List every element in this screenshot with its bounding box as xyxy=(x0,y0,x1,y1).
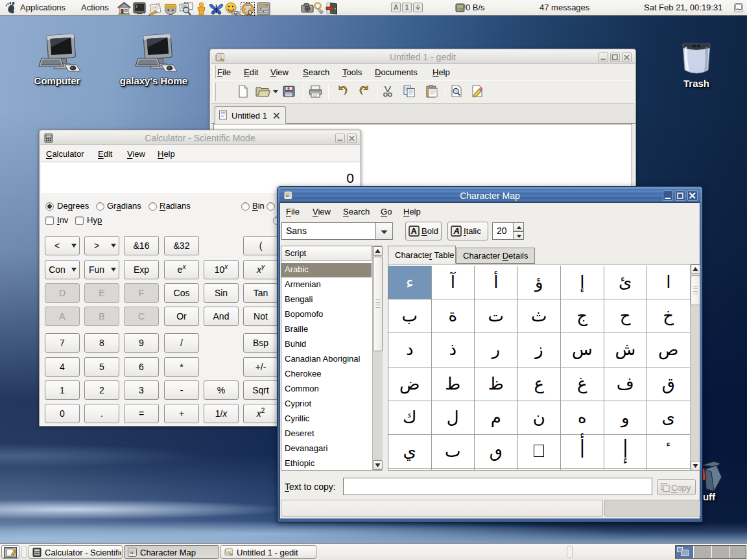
svg-text:u: u xyxy=(130,550,133,555)
svg-text:hi!: hi! xyxy=(233,12,239,16)
svg-text:A: A xyxy=(410,226,417,236)
svg-text:u: u xyxy=(286,193,289,198)
svg-text:A: A xyxy=(453,226,460,236)
